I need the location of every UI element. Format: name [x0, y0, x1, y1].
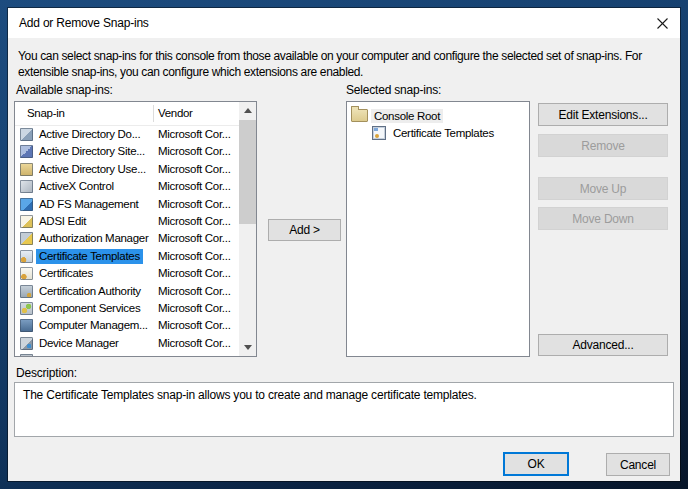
cancel-button[interactable]: Cancel — [606, 453, 670, 476]
description-label: Description: — [16, 366, 77, 380]
move-up-button: Move Up — [538, 177, 668, 200]
snapin-vendor: Microsoft Cor... — [158, 249, 231, 264]
snapin-row[interactable]: AD FS ManagementMicrosoft Cor... — [15, 196, 239, 213]
snapin-vendor: Microsoft Cor... — [158, 162, 231, 177]
available-snapins-list: Snap-in Vendor Active Directory Do...Mic… — [14, 101, 257, 357]
ok-button[interactable]: OK — [503, 452, 569, 476]
certificates-icon — [20, 267, 33, 280]
dialog-intro-text: You can select snap-ins for this console… — [18, 49, 670, 80]
add-button[interactable]: Add > — [268, 219, 341, 241]
chevron-down-icon — [244, 345, 252, 350]
list-header: Snap-in Vendor — [15, 102, 239, 126]
dialog-title: Add or Remove Snap-ins — [19, 16, 149, 30]
snapin-row[interactable]: CertificatesMicrosoft Cor... — [15, 265, 239, 282]
folder-icon — [351, 109, 368, 122]
remove-button: Remove — [538, 134, 668, 157]
snapin-row[interactable]: Disk ManagementMicrosoft and... — [15, 352, 239, 356]
column-header-vendor[interactable]: Vendor — [158, 107, 193, 119]
active-directory-domains-icon — [20, 128, 33, 141]
column-header-snapin[interactable]: Snap-in — [27, 107, 65, 119]
snapin-row[interactable]: Device ManagerMicrosoft Cor... — [15, 335, 239, 352]
list-scrollbar[interactable] — [239, 102, 256, 356]
certification-authority-icon — [20, 285, 33, 298]
snapin-vendor: Microsoft Cor... — [158, 127, 231, 142]
snapin-row[interactable]: ActiveX ControlMicrosoft Cor... — [15, 178, 239, 195]
snapin-row[interactable]: Component ServicesMicrosoft Cor... — [15, 300, 239, 317]
title-bar: Add or Remove Snap-ins — [8, 8, 680, 38]
disk-management-icon — [20, 354, 33, 356]
snapin-name: Active Directory Use... — [36, 162, 149, 177]
snapin-row[interactable]: Certificate TemplatesMicrosoft Cor... — [15, 248, 239, 265]
snapin-name: Certification Authority — [36, 284, 144, 299]
snapin-vendor: Microsoft Cor... — [158, 301, 231, 316]
snapin-row[interactable]: Active Directory Do...Microsoft Cor... — [15, 126, 239, 143]
add-remove-snapins-dialog: Add or Remove Snap-ins You can select sn… — [8, 8, 680, 481]
selected-snapins-label: Selected snap-ins: — [346, 83, 441, 97]
activex-control-icon — [20, 180, 33, 193]
available-snapins-label: Available snap-ins: — [16, 83, 113, 97]
authorization-manager-icon — [20, 232, 33, 245]
snapin-name: Certificates — [36, 266, 96, 281]
edit-extensions-button[interactable]: Edit Extensions... — [538, 103, 668, 126]
snapin-name: Device Manager — [36, 336, 122, 351]
snapin-name: AD FS Management — [36, 197, 141, 212]
description-box: The Certificate Templates snap-in allows… — [14, 382, 674, 437]
snapin-row[interactable]: Authorization ManagerMicrosoft Cor... — [15, 230, 239, 247]
snapin-name: Active Directory Site... — [36, 144, 148, 159]
snapin-name: Authorization Manager — [36, 231, 151, 246]
tree-item-label: Certificate Templates — [390, 126, 497, 140]
move-down-button: Move Down — [538, 207, 668, 230]
snapin-name: Active Directory Do... — [36, 127, 143, 142]
snapin-vendor: Microsoft Cor... — [158, 214, 231, 229]
active-directory-sites-icon — [20, 145, 33, 158]
desktop-background: Add or Remove Snap-ins You can select sn… — [0, 0, 688, 489]
snapin-vendor: Microsoft Cor... — [158, 179, 231, 194]
snapin-vendor: Microsoft Cor... — [158, 318, 231, 333]
snapin-vendor: Microsoft Cor... — [158, 284, 231, 299]
snapin-vendor: Microsoft Cor... — [158, 266, 231, 281]
tree-item-label: Console Root — [371, 109, 443, 123]
snapin-name: ActiveX Control — [36, 179, 117, 194]
snapin-name: Disk Management — [36, 353, 130, 356]
snapin-row[interactable]: Active Directory Site...Microsoft Cor... — [15, 143, 239, 160]
snapin-name: Component Services — [36, 301, 143, 316]
tree-item-console-root[interactable]: Console Root — [347, 107, 529, 124]
snapin-rows-container: Active Directory Do...Microsoft Cor...Ac… — [15, 126, 239, 356]
chevron-up-icon — [244, 108, 252, 113]
scrollbar-up-button[interactable] — [239, 102, 256, 119]
tree-item-child[interactable]: Certificate Templates — [347, 124, 529, 141]
close-icon — [656, 17, 669, 30]
selected-snapins-tree: Console Root Certificate Templates — [346, 101, 530, 357]
certificate-templates-icon — [372, 126, 386, 140]
column-divider[interactable] — [153, 105, 154, 122]
snapin-row[interactable]: ADSI EditMicrosoft Cor... — [15, 213, 239, 230]
snapin-name: Certificate Templates — [36, 249, 143, 264]
active-directory-users-icon — [20, 163, 33, 176]
snapin-row[interactable]: Certification AuthorityMicrosoft Cor... — [15, 283, 239, 300]
certificate-templates-icon — [20, 250, 33, 263]
device-manager-icon — [20, 337, 33, 350]
snapin-vendor: Microsoft Cor... — [158, 144, 231, 159]
computer-management-icon — [20, 319, 33, 332]
adsi-edit-icon — [20, 215, 33, 228]
snapin-vendor: Microsoft Cor... — [158, 197, 231, 212]
scrollbar-thumb[interactable] — [239, 120, 256, 224]
snapin-vendor: Microsoft and... — [158, 353, 232, 356]
snapin-row[interactable]: Active Directory Use...Microsoft Cor... — [15, 161, 239, 178]
ad-fs-management-icon — [20, 198, 33, 211]
snapin-vendor: Microsoft Cor... — [158, 231, 231, 246]
snapin-name: Computer Managem... — [36, 318, 151, 333]
close-button[interactable] — [644, 8, 680, 38]
component-services-icon — [20, 302, 33, 315]
scrollbar-down-button[interactable] — [239, 339, 256, 356]
tree-children-container: Certificate Templates — [347, 124, 529, 141]
advanced-button[interactable]: Advanced... — [538, 334, 668, 356]
snapin-name: ADSI Edit — [36, 214, 89, 229]
snapin-row[interactable]: Computer Managem...Microsoft Cor... — [15, 317, 239, 334]
snapin-vendor: Microsoft Cor... — [158, 336, 231, 351]
